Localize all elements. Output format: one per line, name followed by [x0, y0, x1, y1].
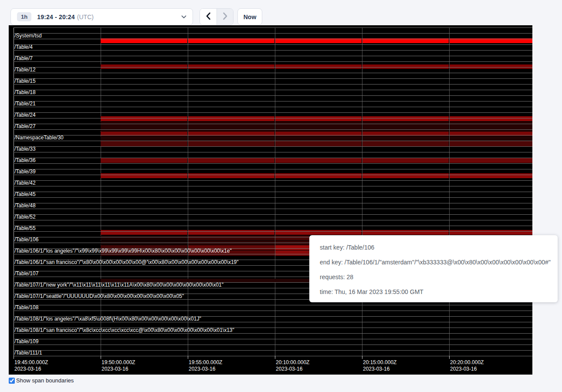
axis-tick-label: 20:15:00.000Z2023-03-16 — [363, 359, 396, 372]
time-range-selector[interactable]: 1h 19:24 - 20:24 (UTC) — [10, 8, 193, 25]
row-label: /Table/107 — [14, 270, 38, 276]
heatmap-band-segment — [275, 250, 309, 256]
span-boundary-line — [14, 107, 532, 107]
heatmap-band-segment — [101, 64, 187, 69]
row-label: /Table/36 — [14, 157, 36, 163]
row-label: /Table/107/1/"new york"/"\x11\x11\x11\x1… — [14, 282, 223, 287]
axis-tick-label: 20:20:00.000Z2023-03-16 — [450, 359, 484, 372]
span-boundary-line — [14, 197, 532, 198]
span-boundary-line — [14, 192, 532, 192]
span-boundary-line — [14, 129, 532, 130]
heatmap-band-segment — [101, 141, 187, 146]
span-boundary-line — [14, 322, 532, 322]
row-label: /Table/33 — [14, 146, 36, 152]
row-label: /Table/21 — [14, 101, 36, 106]
heatmap-band-segment — [275, 230, 362, 235]
span-boundary-line — [14, 135, 532, 135]
span-boundary-line — [14, 180, 532, 181]
chevron-down-icon — [181, 15, 186, 19]
row-label: /Table/52 — [14, 214, 36, 220]
span-boundary-line — [14, 345, 532, 345]
heatmap-band-segment — [362, 141, 449, 146]
show-span-boundaries-checkbox[interactable] — [9, 378, 15, 384]
chevron-right-icon — [223, 12, 228, 21]
span-boundary-line — [14, 356, 532, 356]
heatmap-band-segment — [101, 173, 187, 178]
time-range-duration-badge: 1h — [17, 12, 31, 21]
span-boundary-line — [14, 333, 532, 334]
heatmap-band-segment — [362, 136, 449, 141]
heatmap-band-segment — [275, 141, 362, 146]
span-boundary-line — [14, 146, 532, 147]
heatmap-band-segment — [450, 158, 532, 163]
axis-tick-label: 19:55:00.000Z2023-03-16 — [189, 359, 222, 372]
next-range-button[interactable] — [217, 9, 233, 25]
heatmap-band-segment — [450, 116, 532, 121]
heatmap-band-segment — [450, 230, 532, 235]
previous-range-button[interactable] — [200, 9, 217, 25]
span-boundary-line — [14, 84, 532, 84]
heatmap-band-segment — [362, 158, 449, 163]
tooltip-time: time: Thu, 16 Mar 2023 19:55:00 GMT — [320, 284, 550, 299]
heatmap-band-segment — [101, 136, 187, 141]
span-boundary-line — [14, 112, 532, 113]
span-boundary-line — [14, 124, 532, 124]
row-label: /Table/55 — [14, 225, 36, 231]
row-label: /Table/24 — [14, 112, 36, 118]
heatmap-band-segment — [188, 116, 274, 121]
time-range-nav — [200, 8, 234, 25]
span-boundary-line — [14, 311, 532, 311]
span-boundary-line — [14, 220, 532, 220]
heatmap-band-segment — [188, 136, 274, 141]
row-label: /Table/27 — [14, 123, 36, 129]
span-boundary-line — [14, 27, 532, 28]
heatmap-band-segment — [450, 136, 532, 141]
show-span-boundaries-toggle[interactable]: Show span boundaries — [9, 377, 74, 384]
axis-tick-mark — [101, 356, 101, 359]
axis-tick-label: 20:10:00.000Z2023-03-16 — [276, 359, 309, 372]
span-boundary-line — [14, 175, 532, 175]
heatmap-band-segment — [188, 64, 274, 69]
span-boundary-line — [14, 90, 532, 90]
span-boundary-line — [14, 73, 532, 73]
row-label: /Table/106/1/"san francisco"/"\x80\x00\x… — [14, 259, 239, 265]
axis-tick-mark — [449, 356, 450, 359]
heatmap-band-segment — [101, 116, 187, 121]
span-boundary-line — [14, 214, 532, 215]
key-visualizer-canvas[interactable]: /System/tsd/Table/4/Table/7/Table/12/Tab… — [9, 25, 532, 375]
heatmap-band-segment — [362, 173, 449, 178]
heatmap-band-segment — [362, 116, 449, 121]
span-boundary-line — [14, 118, 532, 118]
heatmap-band-segment — [275, 245, 309, 250]
heatmap-band-segment — [450, 64, 532, 69]
time-range-utc-suffix: (UTC) — [77, 14, 94, 20]
row-label: /Table/108/1/"san francisco"/"\x8c\xcc\x… — [14, 327, 234, 333]
heatmap-band-segment — [275, 173, 362, 178]
show-span-boundaries-label: Show span boundaries — [16, 377, 74, 384]
span-tooltip: start key: /Table/106 end key: /Table/10… — [309, 235, 558, 302]
axis-tick-mark — [275, 356, 275, 359]
heatmap-band-segment — [188, 230, 274, 235]
span-boundary-line — [14, 231, 532, 232]
tooltip-requests: requests: 28 — [320, 270, 550, 284]
span-boundary-line — [14, 50, 532, 51]
span-boundary-line — [14, 339, 532, 339]
axis-tick-mark — [14, 356, 14, 359]
span-boundary-line — [14, 44, 532, 45]
span-boundary-line — [14, 169, 532, 169]
row-label: /System/tsd — [14, 33, 42, 38]
now-button[interactable]: Now — [237, 8, 262, 25]
heatmap-band-segment — [275, 64, 362, 69]
heatmap-band-segment — [188, 158, 274, 163]
row-label: /Table/107/1/"seattle"/"UUUUUUD\x00\x80\… — [14, 293, 184, 299]
axis-tick-label: 19:45:00.000Z2023-03-16 — [14, 359, 48, 372]
heatmap-band-segment — [275, 136, 362, 141]
span-boundary-line — [14, 61, 532, 62]
span-boundary-line — [14, 209, 532, 209]
row-label: /Table/12 — [14, 67, 36, 72]
heatmap-band-segment — [362, 230, 449, 235]
row-label: /Table/42 — [14, 180, 36, 186]
axis-tick-mark — [362, 356, 362, 359]
row-label: /Table/106/1/"los angeles"/"\x99\x99\x99… — [14, 248, 232, 253]
heatmap-band-segment — [188, 173, 274, 178]
